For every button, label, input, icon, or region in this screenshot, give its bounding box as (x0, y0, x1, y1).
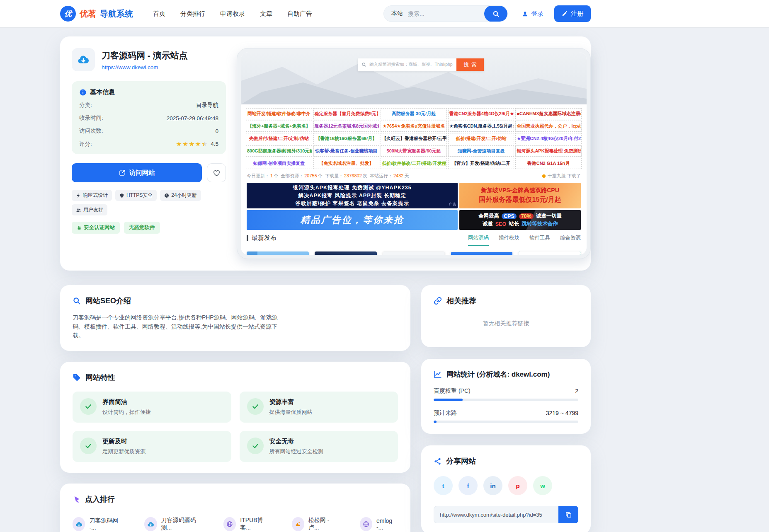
feature-item: 界面简洁设计简约，操作便捷 (73, 392, 231, 423)
users-icon (76, 208, 81, 213)
feature-desc: 设计简约，操作便捷 (102, 409, 151, 416)
preview-ad-banner-vps: 新加坡VPS-金牌高速双路CPU国外服务器最低仅15元/月起 (459, 183, 581, 208)
site-preview-frame: 输入精简词搜索如：商城、影视、Thinkphp 搜索 网站开发/搭建/软件修改/… (237, 48, 591, 259)
tag-label: 响应式设计 (83, 192, 108, 199)
nav-item-分类排行[interactable]: 分类排行 (180, 10, 205, 18)
check-icon (247, 438, 264, 454)
stat-progress-bar (434, 421, 578, 423)
nav-item-自助广告[interactable]: 自助广告 (287, 10, 312, 18)
preview-thumb-1 (247, 251, 309, 255)
search-scope-select[interactable]: 本站 (384, 10, 408, 17)
stat-row: 预计来路3219 ~ 4799 (434, 409, 578, 417)
brand-logo[interactable]: 优 优茗导航系统 (60, 6, 133, 22)
nav-item-申请收录[interactable]: 申请收录 (220, 10, 245, 18)
preview-text-ad: 知赚网-全套道项目复盘 (448, 145, 514, 157)
feature-item: 安全无毒所有网站经过安全检测 (240, 431, 398, 462)
rank-item[interactable]: ITPUB博客... (223, 517, 270, 532)
ad-tag-label: 广告 (449, 202, 456, 207)
badge-label: 安全认证网站 (84, 224, 115, 231)
features-section: 网站特性 界面简洁设计简约，操作便捷资源丰富提供海量优质网站更新及时定期更新优质… (60, 362, 410, 473)
bolt-icon (76, 193, 81, 198)
preview-text-ad: 【免实名域名注册、批发】 (313, 158, 380, 169)
stat-label: 预计来路 (434, 409, 457, 417)
site-icon (292, 517, 304, 531)
whatsapp-icon[interactable]: w (533, 476, 552, 495)
ranking-title: 点入排行 (85, 494, 115, 504)
banner2-line: 新加坡VPS-金牌高速双路CPU (481, 187, 559, 194)
feature-body: 安全无毒所有网站经过安全检测 (269, 438, 323, 455)
main-nav: 首页分类排行申请收录文章自助广告 (153, 10, 312, 18)
preview-ad-banner-slot: 精品广告位，等你来抢 (247, 210, 458, 230)
rank-item[interactable]: 松松网 - 卢... (292, 517, 338, 532)
preview-text-ad: 先做后付/搭建/二开/定制/仿站 (246, 133, 312, 144)
related-empty-text: 暂无相关推荐链接 (434, 320, 578, 327)
tag-响应式设计: 响应式设计 (72, 190, 112, 201)
preview-text-ad: 【官方】开发/搭建/仿站/二开 (448, 158, 514, 169)
info-row: 分类:目录导航 (79, 102, 218, 109)
share-buttons: tfinpw (434, 476, 578, 495)
stat-row: 百度权重 (PC)2 (434, 387, 578, 395)
feature-title: 安全无毒 (269, 438, 323, 445)
copy-icon (565, 511, 572, 518)
banner1-line: 解决APK报毒 风险提示 APP封装 长期稳定 (298, 192, 406, 199)
pinterest-icon[interactable]: p (508, 476, 527, 495)
visit-site-button[interactable]: 访问网站 (72, 163, 202, 182)
preview-tab-插件模块[interactable]: 插件模块 (499, 235, 519, 246)
click-ranking-section: 点入排行 刀客源码网 -...刀客源码源码测...ITPUB博客...松松网 -… (60, 484, 410, 532)
preview-tab-网站源码[interactable]: 网站源码 (468, 235, 489, 246)
search-button[interactable] (484, 5, 507, 22)
badge-无恶意软件: 无恶意软件 (124, 222, 160, 234)
preview-stat: 下载量：2376802次 (325, 173, 370, 178)
feature-tags: 响应式设计HTTPS安全24小时更新用户友好 (72, 190, 226, 215)
register-button[interactable]: 注册 (554, 5, 591, 22)
link-icon (434, 297, 442, 305)
site-detail-card: 刀客源码网 - 演示站点 https://www.dkewl.com 基本信息 … (60, 36, 591, 271)
nav-item-文章[interactable]: 文章 (260, 10, 272, 18)
rank-item[interactable]: 刀客源码源码测... (144, 517, 202, 532)
security-badges: 安全认证网站无恶意软件 (72, 222, 226, 234)
site-url-link[interactable]: https://www.dkewl.com (102, 64, 188, 70)
heart-icon (213, 169, 221, 177)
share-url-input[interactable] (434, 506, 558, 523)
feature-title: 界面简洁 (102, 398, 151, 406)
preview-text-ad: ■CANEMX超实惠国际域名注册■ (515, 108, 582, 119)
preview-tab-综合资源[interactable]: 综合资源 (560, 235, 581, 246)
tag-icon (73, 373, 81, 382)
feature-desc: 定期更新优质资源 (102, 448, 146, 455)
rank-item[interactable]: 刀客源码网 -... (73, 517, 123, 532)
banner1-line: 银河源头APK报毒处理 免费测试 @YHAPK235 (293, 184, 412, 191)
preview-tab-软件工具[interactable]: 软件工具 (529, 235, 550, 246)
preview-stat: 本站运行：2432天 (370, 173, 412, 178)
facebook-icon[interactable]: f (458, 476, 478, 495)
features-title: 网站特性 (85, 372, 115, 382)
linkedin-icon[interactable]: in (483, 476, 502, 495)
banner4-line1: 全网最高CPS70%诚邀一切量 (478, 213, 562, 220)
preview-category-tabs: 网站源码插件模块软件工具综合资源 (468, 235, 581, 246)
tag-label: 用户友好 (83, 206, 103, 213)
user-icon (522, 11, 528, 17)
info-row: 访问次数:0 (79, 127, 218, 135)
preview-text-ad: 低价/搭建/开发/二开/仿站 (448, 133, 514, 144)
preview-text-ad: 500M大带宽服务器/60元起 (381, 145, 447, 157)
stat-value: 3219 ~ 4799 (546, 410, 578, 416)
preview-text-ad: ★免实名CDN,服务器,1.5$/月起★ (448, 121, 514, 132)
preview-text-ad: 【久旺云】香港服务器秒开/云手机 (381, 133, 447, 144)
site-preview-screenshot[interactable]: 输入精简词搜索如：商城、影视、Thinkphp 搜索 网站开发/搭建/软件修改/… (241, 52, 587, 255)
pencil-icon (562, 11, 568, 17)
login-link[interactable]: 登录 (522, 10, 543, 18)
preview-download-notice: 十堂九脸 下载了 (542, 173, 581, 179)
feature-body: 资源丰富提供海量优质网站 (269, 398, 313, 416)
preview-stat: 全部资源：20755个 (281, 173, 325, 178)
rank-item[interactable]: emlog -... (360, 517, 398, 532)
preview-search-input: 输入精简词搜索如：商城、影视、Thinkphp (358, 58, 456, 71)
rating-stars[interactable]: ★★★★★ (176, 140, 208, 148)
favorite-button[interactable] (207, 163, 226, 182)
preview-thumb-5 (519, 251, 581, 255)
search-input[interactable] (408, 10, 484, 17)
stat-label: 百度权重 (PC) (434, 387, 471, 395)
copy-url-button[interactable] (558, 506, 578, 523)
share-icon (434, 457, 442, 465)
info-value: 目录导航 (196, 102, 218, 109)
nav-item-首页[interactable]: 首页 (153, 10, 165, 18)
twitter-icon[interactable]: t (434, 476, 453, 495)
